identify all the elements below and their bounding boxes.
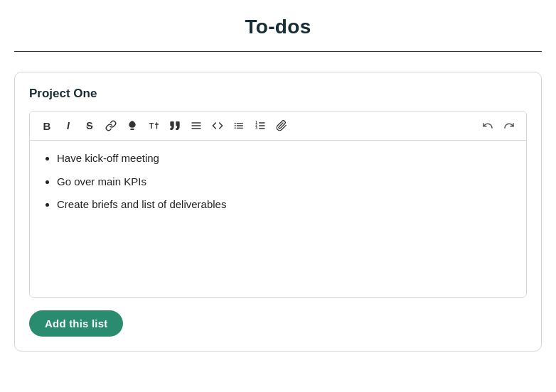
card: Project One B I S — [14, 72, 542, 352]
svg-text:3: 3 — [255, 126, 257, 130]
list-item: Create briefs and list of deliverables — [57, 197, 515, 213]
add-this-list-button[interactable]: Add this list — [29, 310, 123, 337]
undo-button[interactable] — [478, 116, 498, 136]
ordered-list-icon: 1 2 3 — [255, 120, 266, 131]
svg-text:T: T — [149, 121, 154, 130]
card-title: Project One — [29, 87, 527, 101]
code-icon — [212, 120, 223, 131]
ordered-list-button[interactable]: 1 2 3 — [250, 116, 270, 136]
quote-button[interactable] — [165, 116, 185, 136]
redo-button[interactable] — [499, 116, 519, 136]
bold-button[interactable]: B — [37, 116, 57, 136]
align-button[interactable] — [186, 116, 206, 136]
link-button[interactable] — [101, 116, 121, 136]
redo-icon — [503, 120, 515, 131]
bullet-list-button[interactable] — [229, 116, 249, 136]
highlight-button[interactable] — [122, 116, 142, 136]
page-header: To-dos — [14, 0, 542, 52]
svg-point-9 — [235, 127, 236, 129]
text-size-icon: T — [148, 120, 160, 131]
toolbar-right — [478, 116, 519, 136]
italic-button[interactable]: I — [58, 116, 78, 136]
list-item: Go over main KPIs — [57, 174, 515, 190]
align-icon — [191, 120, 202, 131]
link-icon — [105, 120, 117, 131]
svg-point-8 — [235, 125, 236, 126]
editor-body[interactable]: Have kick-off meeting Go over main KPIs … — [30, 141, 526, 297]
svg-rect-0 — [130, 129, 134, 130]
text-size-button[interactable]: T — [144, 116, 164, 136]
main-content: Project One B I S — [0, 52, 556, 366]
attachment-button[interactable] — [272, 116, 292, 136]
page-title: To-dos — [14, 16, 542, 38]
svg-point-7 — [235, 123, 236, 124]
strikethrough-button[interactable]: S — [80, 116, 100, 136]
highlight-icon — [127, 120, 138, 131]
code-button[interactable] — [208, 116, 228, 136]
quote-icon — [169, 120, 181, 131]
toolbar: B I S — [30, 111, 526, 141]
attachment-icon — [276, 120, 287, 131]
bullet-list-icon — [233, 120, 245, 131]
editor-container: B I S — [29, 111, 527, 298]
list-item: Have kick-off meeting — [57, 151, 515, 167]
todo-list: Have kick-off meeting Go over main KPIs … — [41, 151, 515, 213]
undo-icon — [482, 120, 493, 131]
